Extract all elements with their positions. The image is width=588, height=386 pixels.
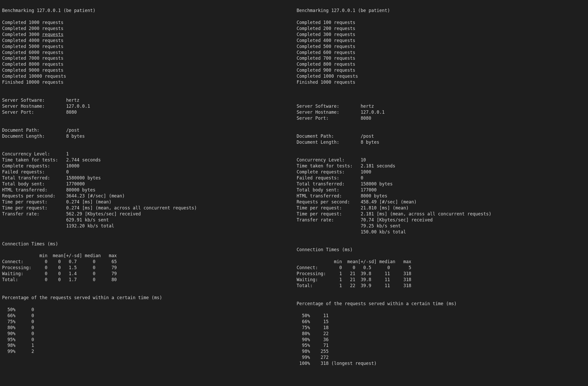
progress-block: Completed 100 requests Completed 200 req… (297, 20, 586, 85)
percentage-table: 50% 11 66% 15 75% 18 80% 22 90% 36 95% 7… (297, 313, 586, 366)
server-info-block: Server Software: hertz Server Hostname: … (297, 103, 586, 121)
document-info-block: Document Path: /post Document Length: 8 … (2, 127, 291, 139)
connection-times-header: Connection Times (ms) (2, 241, 291, 247)
connection-times-header: Connection Times (ms) (297, 247, 586, 253)
left-terminal-column: Benchmarking 127.0.0.1 (be patient) Comp… (2, 2, 297, 372)
server-info-block: Server Software: hertz Server Hostname: … (2, 97, 291, 115)
stats-block: Concurrency Level: 1 Time taken for test… (2, 151, 291, 229)
progress-line: Completed 6000 requests (2, 50, 63, 55)
progress-line: Completed 5000 requests (2, 44, 63, 49)
progress-line: Completed 1000 requests (2, 20, 63, 25)
progress-line: Completed 4000 requests (2, 38, 63, 43)
right-terminal-column: Benchmarking 127.0.0.1 (be patient) Comp… (297, 2, 586, 372)
percentage-header: Percentage of the requests served within… (2, 295, 291, 301)
percentage-table: 50% 0 66% 0 75% 0 80% 0 90% 0 95% 0 98% … (2, 307, 291, 355)
progress-line: Completed 7000 requests (2, 56, 63, 61)
benchmark-header: Benchmarking 127.0.0.1 (be patient) (297, 8, 586, 14)
percentage-header: Percentage of the requests served within… (297, 301, 586, 307)
document-info-block: Document Path: /post Document Length: 8 … (297, 133, 586, 145)
benchmark-header: Benchmarking 127.0.0.1 (be patient) (2, 8, 291, 14)
progress-line: Completed 8000 requests (2, 62, 63, 67)
progress-line: Completed 9000 requests (2, 68, 63, 73)
progress-line-underlined: Completed 3000 requests (2, 32, 63, 37)
progress-line: Completed 2000 requests (2, 26, 63, 31)
progress-line: Completed 10000 requests (2, 74, 66, 79)
connection-times-table: min mean[+/-sd] median max Connect: 0 0 … (297, 259, 586, 289)
progress-finished: Finished 10000 requests (2, 80, 63, 85)
connection-times-table: min mean[+/-sd] median max Connect: 0 0 … (2, 253, 291, 283)
stats-block: Concurrency Level: 10 Time taken for tes… (297, 157, 586, 235)
